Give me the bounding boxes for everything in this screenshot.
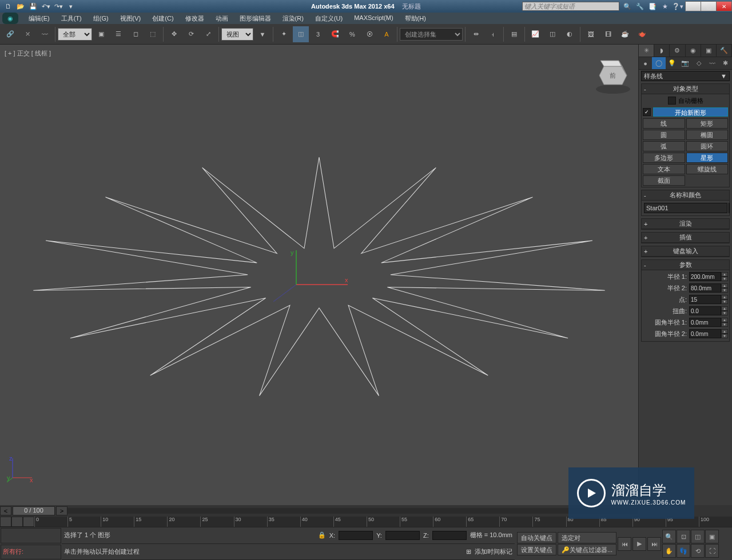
objbtn-圆环[interactable]: 圆环 (686, 141, 729, 151)
layers-icon[interactable]: ▤ (506, 26, 522, 42)
select-icon[interactable]: ▣ (93, 26, 109, 42)
named-set-dropdown[interactable]: 创建选择集 (400, 28, 463, 41)
selfilter-button[interactable]: 选定对 (558, 532, 616, 543)
nav-zoom-icon[interactable]: 🔍 (662, 530, 676, 543)
objbtn-星形[interactable]: 星形 (686, 153, 729, 163)
tab-create[interactable]: ✳ (639, 45, 654, 57)
angle-snap-icon[interactable]: 🧲 (327, 26, 343, 42)
object-name-input[interactable] (644, 203, 727, 213)
render-frame-icon[interactable]: 🎞 (600, 26, 616, 42)
close-button[interactable]: ✕ (716, 1, 732, 11)
param-input[interactable] (689, 283, 721, 293)
rect-select-icon[interactable]: ◻ (128, 26, 144, 42)
menu-自定义(U)[interactable]: 自定义(U) (309, 13, 348, 24)
quick-render-icon[interactable]: ☕ (617, 26, 633, 42)
param-input[interactable] (689, 272, 721, 281)
y-input[interactable] (385, 531, 420, 540)
nav-region-icon[interactable]: ▣ (705, 530, 719, 543)
material-icon[interactable]: ◐ (562, 26, 578, 42)
tab-utilities[interactable]: 🔨 (717, 45, 732, 57)
nav-zoomall-icon[interactable]: ⊡ (677, 530, 690, 543)
subtab-warps[interactable]: 〰 (705, 57, 718, 69)
subtab-systems[interactable]: ✱ (719, 57, 732, 69)
scale-icon[interactable]: ⤢ (200, 26, 216, 42)
bookmark-icon[interactable]: 📑 (647, 1, 658, 11)
param-input[interactable] (689, 329, 721, 338)
time-next-button[interactable]: > (56, 506, 67, 515)
keyfilter-button[interactable]: 🔑 关键点过滤器... (558, 544, 616, 555)
x-input[interactable] (339, 531, 373, 540)
trackbar-btn3[interactable] (23, 517, 34, 527)
setkey-button[interactable]: 设置关键点 (517, 544, 556, 555)
rollout-render[interactable]: +渲染 (642, 219, 729, 229)
viewport[interactable]: [ + ] 正交 [ 线框 ] xy 前 xzy (0, 45, 638, 505)
viewport-label[interactable]: [ + ] 正交 [ 线框 ] (5, 49, 51, 58)
rollout-name-color[interactable]: -名称和颜色 (642, 190, 729, 201)
newshape-checkbox[interactable] (643, 108, 651, 116)
subtab-shapes[interactable]: ◯ (652, 57, 665, 69)
menu-动画[interactable]: 动画 (210, 13, 234, 24)
window-crossing-icon[interactable]: ⬚ (145, 26, 161, 42)
newshape-label[interactable]: 开始新图形 (653, 107, 728, 117)
objbtn-截面[interactable]: 截面 (643, 175, 685, 186)
color-swatch[interactable] (729, 203, 730, 213)
qat-more-icon[interactable]: ▾ (65, 1, 77, 11)
menu-渲染(R)[interactable]: 渲染(R) (277, 13, 309, 24)
bind-icon[interactable]: 〰 (37, 26, 53, 42)
maximize-button[interactable]: ▢ (701, 1, 717, 11)
z-input[interactable] (432, 531, 467, 540)
menu-编辑(E)[interactable]: 编辑(E) (23, 13, 55, 24)
search-input[interactable] (522, 2, 619, 11)
objbtn-圆[interactable]: 圆 (643, 130, 685, 140)
param-input[interactable] (689, 295, 721, 304)
rollout-keyboard[interactable]: +键盘输入 (642, 246, 729, 257)
viewcube-icon[interactable]: 前 (592, 56, 627, 90)
play-start-icon[interactable]: ⏮ (618, 537, 631, 551)
menu-MAXScript(M)[interactable]: MAXScript(M) (348, 13, 399, 24)
subtab-helpers[interactable]: ◇ (692, 57, 705, 69)
manipulate-icon[interactable]: ✦ (276, 26, 292, 42)
nav-fov-icon[interactable]: ◫ (691, 530, 705, 543)
autogrid-checkbox[interactable] (668, 97, 676, 105)
category-dropdown[interactable]: 样条线▼ (641, 71, 730, 81)
selection-filter-dropdown[interactable]: 全部 (58, 28, 92, 41)
snap-toggle-icon[interactable]: ◫ (293, 26, 309, 42)
subtab-lights[interactable]: 💡 (666, 57, 679, 69)
schematic-icon[interactable]: ◫ (544, 26, 560, 42)
subtab-cameras[interactable]: 📷 (679, 57, 692, 69)
menu-组(G)[interactable]: 组(G) (87, 13, 114, 24)
mirror-icon[interactable]: ⇹ (468, 26, 484, 42)
menu-修改器[interactable]: 修改器 (180, 13, 210, 24)
objbtn-线[interactable]: 线 (643, 118, 685, 129)
qat-new-icon[interactable]: 🗋 (2, 1, 14, 11)
qat-open-icon[interactable]: 📂 (15, 1, 26, 11)
tab-hierarchy[interactable]: ⚙ (670, 45, 685, 57)
objbtn-螺旋线[interactable]: 螺旋线 (686, 164, 729, 174)
macro-recorder[interactable]: 所有行: (1, 545, 61, 560)
tab-display[interactable]: ▣ (701, 45, 717, 57)
nav-orbit-icon[interactable]: ⟲ (691, 544, 705, 558)
binoculars-icon[interactable]: 🔍 (622, 1, 633, 11)
link-icon[interactable]: 🔗 (2, 26, 18, 42)
nav-walk-icon[interactable]: 👣 (677, 544, 690, 558)
autokey-button[interactable]: 自动关键点 (517, 532, 556, 543)
search-box[interactable] (522, 2, 619, 11)
objbtn-弧[interactable]: 弧 (643, 141, 685, 151)
menu-创建(C)[interactable]: 创建(C) (146, 13, 179, 24)
percent-snap-icon[interactable]: % (344, 26, 360, 42)
render-icon[interactable]: 🫖 (634, 26, 650, 42)
addtime-label[interactable]: 添加时间标记 (475, 547, 512, 556)
menu-视图(V)[interactable]: 视图(V) (114, 13, 147, 24)
menu-工具(T)[interactable]: 工具(T) (55, 13, 87, 24)
lock-icon[interactable]: 🔒 (318, 531, 326, 539)
trackbar-btn2[interactable] (11, 517, 23, 527)
param-input[interactable] (689, 318, 721, 327)
play-icon[interactable]: ▶ (632, 537, 646, 551)
help-icon[interactable]: ❔▾ (672, 1, 683, 11)
timetag-icon[interactable]: ⊞ (466, 548, 471, 555)
ref-coord-dropdown[interactable]: 视图 (221, 28, 253, 41)
rotate-icon[interactable]: ⟳ (183, 26, 199, 42)
nav-max-icon[interactable]: ⛶ (705, 544, 719, 558)
abc-icon[interactable]: A (379, 26, 395, 42)
spinner-snap-icon[interactable]: ⦿ (361, 26, 377, 42)
